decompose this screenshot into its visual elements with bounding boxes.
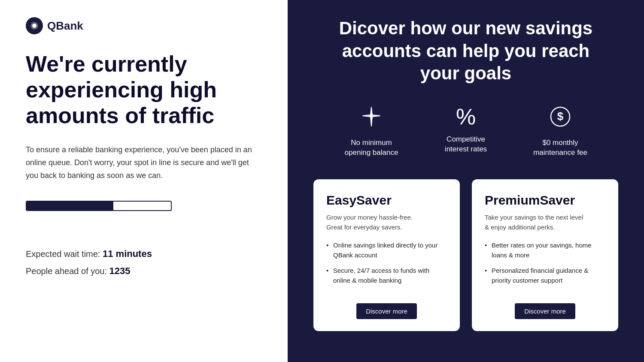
wait-time-value: 11 minutes	[103, 248, 152, 259]
premiumsaver-discover-button[interactable]: Discover more	[515, 303, 575, 319]
people-ahead-row: People ahead of you: 1235	[26, 262, 262, 280]
feature-no-fee-label: $0 monthlymaintenance fee	[533, 138, 587, 158]
main-heading: We're currently experiencing high amount…	[26, 51, 262, 128]
feature-interest-rates-label: Competitiveinterest rates	[445, 134, 487, 155]
easysaver-feature-1: Online savings linked directly to your Q…	[326, 241, 447, 260]
right-heading: Dicover how our new savings accounts can…	[337, 17, 595, 85]
easysaver-subtitle: Grow your money hassle-free.Great for ev…	[326, 213, 447, 232]
premiumsaver-feature-2: Personalized financial guidance & priori…	[485, 266, 605, 285]
feature-no-fee: $ $0 monthlymaintenance fee	[526, 106, 595, 158]
premiumsaver-title: PremiumSaver	[485, 193, 605, 208]
premiumsaver-card: PremiumSaver Take your savings to the ne…	[472, 179, 618, 331]
feature-no-minimum: No minimumopening balance	[337, 106, 406, 158]
premiumsaver-feature-1: Better rates on your savings, home loans…	[485, 241, 605, 260]
premiumsaver-features: Better rates on your savings, home loans…	[485, 241, 605, 291]
progress-container	[26, 201, 172, 211]
svg-text:$: $	[557, 110, 564, 123]
progress-bar	[27, 202, 113, 210]
sparkle-icon	[360, 106, 383, 132]
logo-text: QBank	[47, 19, 83, 33]
queue-description: To ensure a reliable banking experience,…	[26, 144, 262, 182]
easysaver-title: EasySaver	[326, 193, 447, 208]
easysaver-card: EasySaver Grow your money hassle-free.Gr…	[313, 179, 460, 331]
right-panel: Dicover how our new savings accounts can…	[288, 0, 644, 362]
feature-no-minimum-label: No minimumopening balance	[345, 138, 398, 158]
feature-interest-rates: % Competitiveinterest rates	[431, 106, 500, 158]
people-ahead-value: 1235	[109, 265, 131, 276]
easysaver-features: Online savings linked directly to your Q…	[326, 241, 447, 291]
easysaver-feature-2: Secure, 24/7 access to funds with online…	[326, 266, 447, 285]
wait-time-row: Expected wait time: 11 minutes	[26, 245, 262, 262]
people-ahead-label: People ahead of you:	[26, 266, 107, 276]
features-row: No minimumopening balance % Competitivei…	[313, 106, 618, 158]
easysaver-discover-button[interactable]: Discover more	[356, 303, 417, 319]
wait-info: Expected wait time: 11 minutes People ah…	[26, 245, 262, 279]
logo-container: QBank	[26, 17, 262, 34]
dollar-icon: $	[549, 106, 571, 132]
premiumsaver-subtitle: Take your savings to the next level& enj…	[485, 213, 605, 232]
cards-row: EasySaver Grow your money hassle-free.Gr…	[313, 179, 618, 331]
left-panel: QBank We're currently experiencing high …	[0, 0, 288, 362]
logo-icon	[26, 17, 43, 34]
wait-time-label: Expected wait time:	[26, 249, 100, 259]
svg-point-1	[32, 24, 36, 28]
percent-icon: %	[456, 106, 476, 128]
